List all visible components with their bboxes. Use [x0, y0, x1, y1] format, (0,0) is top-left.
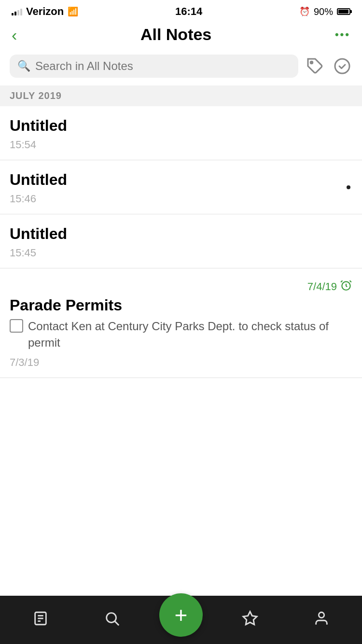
- tab-notes[interactable]: [16, 603, 65, 637]
- tab-profile[interactable]: [297, 603, 346, 637]
- wifi-icon: 📶: [68, 6, 78, 17]
- favorites-icon: [242, 610, 258, 630]
- profile-icon: [313, 610, 330, 630]
- tag-filter-button[interactable]: [305, 56, 325, 76]
- tab-bar: +: [0, 596, 362, 644]
- notes-icon: [32, 610, 49, 630]
- note-item[interactable]: Untitled 15:54: [0, 106, 362, 160]
- note-time: 15:54: [10, 139, 352, 151]
- note-time: 15:46: [10, 193, 352, 205]
- svg-line-8: [115, 621, 119, 625]
- back-button[interactable]: ‹: [12, 27, 17, 43]
- note-title: Untitled: [10, 117, 352, 135]
- note-date-badge: 7/4/19: [307, 280, 337, 293]
- alarm-icon: [340, 279, 352, 294]
- svg-point-7: [107, 613, 116, 622]
- check-circle-icon: [334, 57, 351, 75]
- svg-point-0: [310, 61, 313, 64]
- section-header-july2019: JULY 2019: [0, 85, 362, 106]
- note-title: Untitled: [10, 171, 352, 189]
- note-item[interactable]: 7/4/19 Parade Permits Contact Ken at Cen…: [0, 268, 362, 378]
- add-note-button[interactable]: +: [159, 593, 203, 637]
- status-time: 16:14: [175, 5, 202, 18]
- search-tab-icon: [104, 610, 120, 630]
- nav-header: ‹ All Notes •••: [0, 21, 362, 50]
- battery-area: ⏰ 90%: [299, 6, 350, 17]
- svg-point-10: [319, 612, 324, 617]
- note-time: 15:45: [10, 247, 352, 259]
- search-icon: 🔍: [17, 60, 30, 72]
- note-item[interactable]: Untitled 15:45: [0, 214, 362, 268]
- section-label: JULY 2019: [10, 90, 62, 101]
- page-title: All Notes: [140, 25, 211, 44]
- note-title: Parade Permits: [10, 296, 352, 314]
- tab-search[interactable]: [88, 603, 136, 637]
- search-input[interactable]: [35, 59, 291, 73]
- plus-icon: +: [175, 604, 188, 626]
- carrier-name: Verizon: [26, 5, 64, 18]
- search-input-wrapper[interactable]: 🔍: [10, 55, 298, 78]
- tag-icon: [306, 57, 324, 75]
- svg-point-1: [335, 59, 349, 73]
- alarm-status-icon: ⏰: [299, 6, 310, 17]
- note-item[interactable]: Untitled 15:46: [0, 160, 362, 214]
- note-indicator-dot: [347, 185, 350, 189]
- note-footer-date: 7/3/19: [10, 356, 352, 369]
- more-button[interactable]: •••: [335, 28, 350, 41]
- status-bar: Verizon 📶 16:14 ⏰ 90%: [0, 0, 362, 21]
- svg-marker-9: [243, 611, 257, 624]
- signal-bars: [12, 8, 22, 15]
- tab-favorites[interactable]: [226, 603, 274, 637]
- carrier-signal: Verizon 📶: [12, 5, 78, 18]
- note-body-text: Contact Ken at Century City Parks Dept. …: [28, 318, 352, 350]
- search-bar-container: 🔍: [0, 50, 362, 85]
- battery-icon: [337, 8, 350, 15]
- note-title: Untitled: [10, 225, 352, 243]
- note-body: Contact Ken at Century City Parks Dept. …: [10, 318, 352, 350]
- note-checkbox[interactable]: [10, 319, 23, 333]
- note-header-row: 7/4/19: [10, 279, 352, 294]
- check-filter-button[interactable]: [332, 56, 352, 76]
- search-actions: [305, 56, 352, 76]
- battery-percent: 90%: [314, 6, 333, 17]
